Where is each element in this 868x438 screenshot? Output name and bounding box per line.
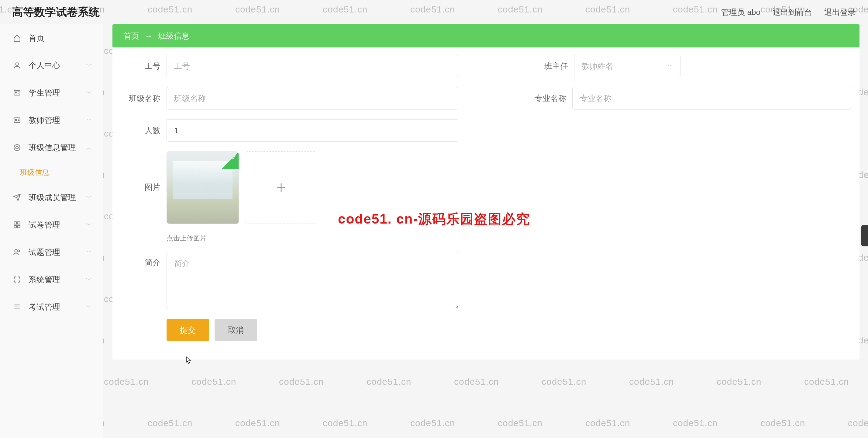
chevron-down-icon: ﹀: [86, 61, 92, 70]
home-icon: [12, 34, 22, 42]
grid-icon: [12, 221, 22, 229]
menu-system[interactable]: 系统管理 ﹀: [0, 266, 103, 293]
menu-exam[interactable]: 考试管理 ﹀: [0, 293, 103, 321]
admin-label[interactable]: 管理员 abo: [721, 7, 761, 18]
select-placeholder: 教师姓名: [582, 61, 613, 71]
chevron-down-icon: ﹀: [86, 248, 92, 256]
drawer-handle[interactable]: [861, 225, 868, 246]
header-right: 管理员 abo 退出到前台 退出登录: [721, 7, 856, 18]
submenu-class-list[interactable]: 班级信息: [0, 161, 103, 184]
menu-label: 试题管理: [29, 247, 60, 258]
input-class-name[interactable]: [166, 87, 458, 110]
main: 首页 → 班级信息 工号 班主任 教师姓名 ﹀ 班级名称 专业: [113, 24, 860, 438]
menu-label: 班级成员管理: [29, 192, 76, 203]
upload-tip: 点击上传图片: [166, 234, 851, 243]
label-ban-zhu-ren: 班主任: [529, 61, 568, 71]
menu-label: 试卷管理: [29, 220, 60, 230]
bars-icon: [12, 303, 22, 311]
header: 高等数学试卷系统 管理员 abo 退出到前台 退出登录: [0, 0, 868, 24]
logout-link[interactable]: 退出登录: [824, 7, 856, 18]
menu-class-info[interactable]: 班级信息管理 ︿: [0, 134, 103, 161]
label-class-name: 班级名称: [121, 93, 160, 104]
input-major[interactable]: [572, 87, 851, 110]
class-form: 工号 班主任 教师姓名 ﹀ 班级名称 专业名称 人: [113, 48, 860, 359]
frame-icon: [12, 275, 22, 284]
user-icon: [12, 61, 22, 69]
chevron-down-icon: ﹀: [667, 62, 673, 70]
users-icon: [12, 248, 22, 256]
breadcrumb: 首页 → 班级信息: [113, 24, 860, 48]
chevron-down-icon: ﹀: [86, 194, 92, 202]
menu-question[interactable]: 试题管理 ﹀: [0, 238, 103, 266]
menu-profile[interactable]: 个人中心 ﹀: [0, 52, 103, 79]
cancel-button[interactable]: 取消: [215, 319, 257, 341]
textarea-intro[interactable]: [166, 252, 458, 309]
submit-button[interactable]: 提交: [166, 319, 209, 341]
menu-label: 教师管理: [29, 115, 60, 126]
svg-point-11: [14, 250, 17, 252]
chevron-down-icon: ﹀: [86, 303, 92, 311]
card-icon: [12, 89, 22, 97]
breadcrumb-root[interactable]: 首页: [123, 31, 139, 41]
menu-student[interactable]: 学生管理 ﹀: [0, 79, 103, 107]
select-teacher[interactable]: 教师姓名 ﹀: [574, 55, 680, 77]
menu-label: 考试管理: [29, 302, 60, 312]
svg-point-6: [16, 146, 19, 149]
menu-label: 首页: [29, 33, 44, 43]
upload-add-button[interactable]: [245, 151, 317, 224]
menu-paper[interactable]: 试卷管理 ﹀: [0, 211, 103, 238]
chevron-down-icon: ﹀: [86, 275, 92, 284]
label-intro: 简介: [121, 257, 160, 268]
chevron-down-icon: ﹀: [86, 116, 92, 124]
svg-rect-9: [14, 225, 17, 228]
target-icon: [12, 144, 22, 151]
label-major: 专业名称: [529, 93, 566, 104]
menu-teacher[interactable]: 教师管理 ﹀: [0, 107, 103, 134]
menu-label: 学生管理: [29, 88, 60, 98]
input-gong-hao[interactable]: [166, 55, 458, 77]
menu-members[interactable]: 班级成员管理 ﹀: [0, 184, 103, 211]
breadcrumb-separator: →: [145, 31, 153, 41]
menu-label: 班级信息管理: [29, 142, 76, 153]
chevron-up-icon: ︿: [86, 144, 92, 152]
label-gong-hao: 工号: [121, 61, 160, 71]
chevron-down-icon: ﹀: [86, 221, 92, 229]
check-icon: ✓: [222, 152, 239, 169]
exit-front-link[interactable]: 退出到前台: [773, 7, 812, 18]
send-icon: [12, 194, 22, 201]
app-title: 高等数学试卷系统: [12, 5, 100, 20]
svg-point-4: [16, 119, 17, 120]
sidebar: 首页 个人中心 ﹀ 学生管理 ﹀ 教师管理 ﹀ 班级信息管理 ︿ 班级信息 班级…: [0, 24, 103, 438]
image-thumbnail[interactable]: ✓: [166, 151, 239, 224]
svg-point-5: [14, 144, 20, 151]
menu-label: 系统管理: [29, 274, 60, 285]
svg-rect-10: [18, 225, 20, 228]
chevron-down-icon: ﹀: [86, 89, 92, 97]
svg-rect-7: [14, 222, 17, 224]
label-image: 图片: [121, 182, 160, 193]
menu-label: 个人中心: [29, 60, 60, 71]
svg-point-2: [16, 92, 17, 93]
input-count[interactable]: [166, 119, 458, 142]
svg-rect-8: [18, 222, 20, 224]
breadcrumb-current: 班级信息: [158, 31, 190, 41]
svg-point-12: [18, 250, 20, 252]
label-count: 人数: [121, 125, 160, 136]
card-icon: [12, 116, 22, 124]
menu-home[interactable]: 首页: [0, 24, 103, 52]
svg-point-0: [16, 63, 19, 65]
